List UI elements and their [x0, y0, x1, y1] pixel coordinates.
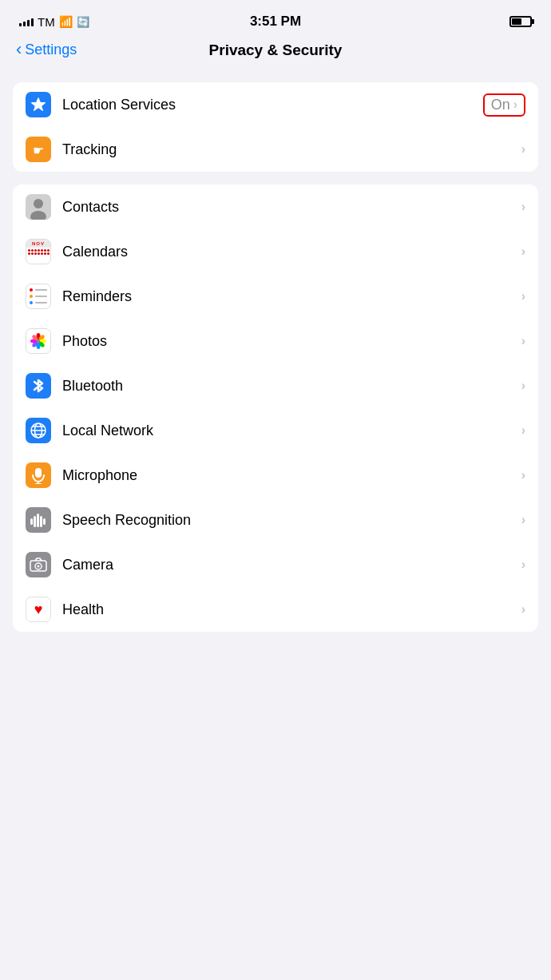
local-network-row[interactable]: Local Network ›: [13, 408, 538, 453]
svg-rect-26: [43, 518, 46, 525]
camera-label: Camera: [62, 557, 521, 573]
reminders-icon: [26, 284, 51, 309]
calendars-icon: NOV: [26, 239, 51, 264]
signal-icon: [19, 17, 34, 26]
local-network-label: Local Network: [62, 423, 521, 439]
contacts-row[interactable]: Contacts ›: [13, 184, 538, 229]
status-bar: TM 📶 🔄 3:51 PM: [0, 0, 551, 38]
location-services-icon: [26, 92, 51, 117]
bluetooth-label: Bluetooth: [62, 378, 521, 395]
location-services-row[interactable]: Location Services On ›: [13, 82, 538, 127]
tracking-icon: ☛: [26, 137, 51, 162]
svg-text:☛: ☛: [33, 144, 44, 157]
back-label: Settings: [25, 42, 77, 58]
cellular-icon: 🔄: [77, 16, 89, 28]
location-tracking-group: Location Services On › ☛ Tracking ›: [13, 82, 538, 172]
camera-icon: [26, 552, 51, 577]
reminders-label: Reminders: [62, 288, 521, 305]
location-services-status: On: [491, 97, 510, 113]
back-button[interactable]: ‹ Settings: [16, 42, 77, 58]
tracking-row[interactable]: ☛ Tracking ›: [13, 127, 538, 172]
microphone-chevron-icon: ›: [521, 468, 525, 482]
camera-row[interactable]: Camera ›: [13, 542, 538, 587]
speech-recognition-label: Speech Recognition: [62, 512, 521, 529]
reminders-row[interactable]: Reminders ›: [13, 274, 538, 319]
contacts-icon: [26, 194, 51, 220]
microphone-icon: [26, 462, 51, 488]
location-services-label: Location Services: [62, 97, 483, 113]
svg-rect-25: [40, 516, 42, 527]
svg-rect-19: [35, 468, 42, 478]
location-services-chevron-icon: ›: [513, 97, 517, 112]
bluetooth-chevron-icon: ›: [521, 379, 525, 393]
reminders-chevron-icon: ›: [521, 289, 525, 304]
nav-bar: ‹ Settings Privacy & Security: [0, 38, 551, 69]
speech-recognition-icon: [26, 507, 51, 533]
privacy-permissions-group: Contacts › NOV: [13, 184, 538, 632]
health-icon: ♥: [26, 597, 51, 622]
status-time: 3:51 PM: [250, 14, 301, 30]
location-services-value: On ›: [483, 93, 525, 117]
contacts-label: Contacts: [62, 199, 521, 216]
calendars-row[interactable]: NOV Calendars ›: [13, 229, 538, 274]
tracking-chevron-icon: ›: [521, 142, 525, 157]
bluetooth-row[interactable]: Bluetooth ›: [13, 363, 538, 408]
page-title: Privacy & Security: [209, 42, 343, 59]
local-network-icon: [26, 418, 51, 443]
svg-rect-23: [34, 516, 36, 527]
wifi-icon: 📶: [59, 15, 73, 28]
bluetooth-icon: [26, 373, 51, 399]
calendars-label: Calendars: [62, 244, 521, 260]
photos-chevron-icon: ›: [521, 334, 525, 348]
microphone-row[interactable]: Microphone ›: [13, 453, 538, 498]
camera-chevron-icon: ›: [521, 557, 525, 572]
contacts-chevron-icon: ›: [521, 200, 525, 214]
local-network-chevron-icon: ›: [521, 423, 525, 438]
carrier-label: TM: [38, 15, 55, 29]
tracking-label: Tracking: [62, 141, 521, 158]
photos-icon: [26, 328, 51, 354]
photos-row[interactable]: Photos ›: [13, 319, 538, 363]
health-row[interactable]: ♥ Health ›: [13, 587, 538, 632]
photos-label: Photos: [62, 333, 521, 350]
battery-icon: [509, 16, 532, 27]
speech-recognition-chevron-icon: ›: [521, 513, 525, 527]
back-chevron-icon: ‹: [16, 41, 22, 58]
speech-recognition-row[interactable]: Speech Recognition ›: [13, 498, 538, 542]
health-chevron-icon: ›: [521, 602, 525, 617]
svg-point-29: [38, 565, 40, 568]
status-right: [509, 16, 532, 27]
svg-rect-24: [37, 514, 39, 527]
health-label: Health: [62, 601, 521, 618]
calendars-chevron-icon: ›: [521, 244, 525, 259]
microphone-label: Microphone: [62, 467, 521, 484]
svg-rect-22: [30, 518, 33, 525]
status-left: TM 📶 🔄: [19, 15, 89, 29]
svg-point-3: [34, 199, 43, 208]
